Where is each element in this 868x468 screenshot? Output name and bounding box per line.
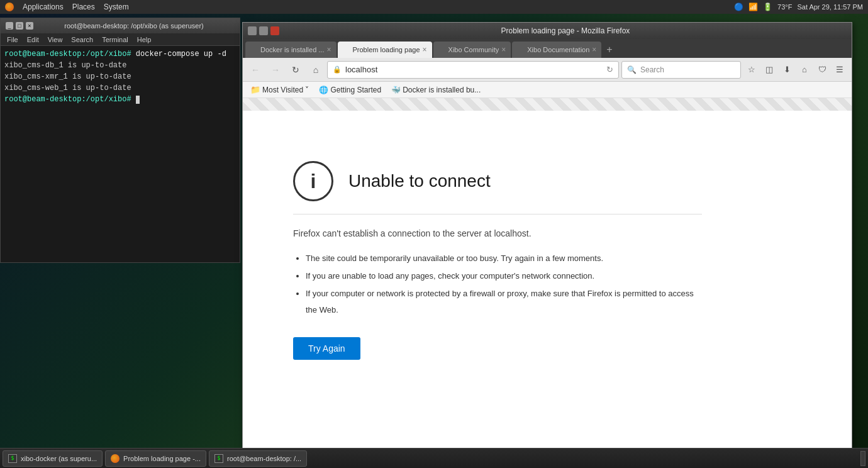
error-description: Firefox can't establish a connection to … [293, 227, 702, 240]
tab-docker-close[interactable]: × [326, 45, 331, 54]
terminal-line-3: xibo_cms-xmr_1 is up-to-date [4, 71, 236, 82]
taskbar-firefox-icon [111, 454, 120, 462]
terminal-maximize-button[interactable]: □ [16, 22, 23, 30]
taskbar-right [860, 451, 865, 466]
tab-docker-favicon [250, 46, 258, 53]
firefox-logo-icon [5, 3, 14, 12]
taskbar-firefox-label: Problem loading page -... [123, 455, 201, 462]
getting-started-label: Getting Started [330, 86, 381, 94]
taskbar-item-firefox[interactable]: Problem loading page -... [105, 450, 206, 467]
desktop: Applications Places System 🔵 📶 🔋 73°F Sa… [0, 0, 868, 468]
tab-error-close[interactable]: × [423, 45, 427, 54]
tab-xibo-community[interactable]: Xibo Community × [433, 42, 511, 58]
taskbar-terminal2-icon: $ [214, 454, 223, 463]
shield-button[interactable]: 🛡 [814, 62, 830, 78]
wifi-icon: 📶 [748, 3, 758, 11]
error-bullet-3: If your computer or network is protected… [306, 286, 702, 318]
download-button[interactable]: ⬇ [779, 62, 795, 78]
datetime-display: Sat Apr 29, 11:57 PM [797, 3, 863, 11]
terminal-terminal-menu[interactable]: Terminal [98, 36, 132, 43]
system-menu[interactable]: System [104, 3, 129, 11]
error-bullet-1: The site could be temporarily unavailabl… [306, 250, 702, 267]
terminal-window: _ □ × root@beam-desktop: /opt/xibo (as s… [0, 18, 240, 263]
applications-menu[interactable]: Applications [23, 3, 64, 11]
search-box[interactable]: 🔍 Search [621, 61, 741, 79]
nav-bar: ← → ↻ ⌂ 🔒 localhost ↻ 🔍 Search ☆ ◫ ⬇ ⌂ 🛡… [243, 58, 852, 82]
terminal-minimize-button[interactable]: _ [6, 22, 13, 30]
docker-bookmark[interactable]: 🐳 Docker is installed bu... [387, 84, 484, 96]
page-content: i Unable to connect Firefox can't establ… [243, 111, 852, 385]
terminal-file-menu[interactable]: File [3, 36, 22, 43]
most-visited-bookmark[interactable]: 📁 Most Visited ˅ [247, 84, 313, 96]
pocket-button[interactable]: ◫ [761, 62, 777, 78]
terminal-title: root@beam-desktop: /opt/xibo (as superus… [33, 22, 235, 30]
system-bar: Applications Places System 🔵 📶 🔋 73°F Sa… [0, 0, 868, 14]
error-title: Unable to connect [348, 171, 491, 191]
terminal-line-2: xibo_cms-db_1 is up-to-date [4, 60, 236, 71]
address-bar[interactable]: 🔒 localhost ↻ [327, 61, 619, 79]
address-reload-icon[interactable]: ↻ [606, 65, 613, 74]
terminal-line-5: root@beam-desktop:/opt/xibo# [4, 94, 236, 105]
terminal-close-button[interactable]: × [26, 22, 33, 30]
places-menu[interactable]: Places [72, 3, 95, 11]
terminal-menu-bar: File Edit View Search Terminal Help [1, 33, 240, 46]
tab-error[interactable]: Problem loading page × [338, 42, 432, 58]
tab-xibo-community-close[interactable]: × [501, 45, 506, 54]
terminal-edit-menu[interactable]: Edit [23, 36, 43, 43]
lock-icon: 🔒 [333, 65, 342, 74]
folder-icon: 📁 [250, 85, 260, 94]
taskbar-item-terminal2[interactable]: $ root@beam-desktop: /... [209, 450, 307, 467]
browser-window: Problem loading page - Mozilla Firefox D… [242, 22, 852, 450]
try-again-button[interactable]: Try Again [293, 337, 360, 360]
browser-close-button[interactable] [270, 26, 279, 35]
terminal-titlebar: _ □ × root@beam-desktop: /opt/xibo (as s… [1, 18, 240, 33]
search-icon: 🔍 [627, 65, 637, 74]
tab-docker[interactable]: Docker is installed ... × [245, 42, 337, 58]
terminal-view-menu[interactable]: View [44, 36, 67, 43]
back-button[interactable]: ← [247, 61, 264, 79]
reload-button[interactable]: ↻ [287, 61, 304, 79]
system-bar-left: Applications Places System [5, 3, 129, 12]
tab-bar: Docker is installed ... × Problem loadin… [243, 39, 852, 58]
tab-xibo-docs-close[interactable]: × [592, 45, 596, 54]
terminal-search-menu[interactable]: Search [67, 36, 97, 43]
bookmark-star-button[interactable]: ☆ [743, 62, 760, 78]
menu-button[interactable]: ☰ [832, 62, 848, 78]
browser-maximize-button[interactable] [259, 26, 268, 35]
home-button[interactable]: ⌂ [307, 61, 325, 79]
terminal-help-menu[interactable]: Help [133, 36, 155, 43]
info-icon-text: i [311, 170, 316, 193]
tab-xibo-docs[interactable]: Xibo Documentation × [512, 42, 601, 58]
terminal-body: root@beam-desktop:/opt/xibo# docker-comp… [1, 46, 240, 262]
error-bullet-2: If you are unable to load any pages, che… [306, 268, 702, 284]
tab-xibo-docs-favicon [517, 46, 525, 53]
forward-button[interactable]: → [267, 61, 284, 79]
terminal-line-4: xibo_cms-web_1 is up-to-date [4, 82, 236, 94]
bookmarks-bar: 📁 Most Visited ˅ 🌐 Getting Started 🐳 Doc… [243, 82, 852, 98]
info-icon: i [293, 161, 333, 201]
error-stripes [243, 98, 852, 111]
tab-xibo-docs-label: Xibo Documentation [527, 46, 589, 53]
error-container: i Unable to connect Firefox can't establ… [293, 161, 702, 360]
error-header: i Unable to connect [293, 161, 702, 214]
terminal-window-controls[interactable]: _ □ × [6, 22, 33, 30]
tab-docker-label: Docker is installed ... [260, 46, 324, 53]
show-desktop-button[interactable] [860, 451, 865, 466]
getting-started-bookmark[interactable]: 🌐 Getting Started [315, 84, 385, 96]
browser-titlebar: Problem loading page - Mozilla Firefox [243, 23, 852, 39]
docker-bookmark-label: Docker is installed bu... [403, 86, 481, 94]
system-bar-right: 🔵 📶 🔋 73°F Sat Apr 29, 11:57 PM [734, 3, 863, 11]
taskbar-terminal1-label: xibo-docker (as superu... [21, 455, 97, 462]
taskbar-item-terminal1[interactable]: $ xibo-docker (as superu... [3, 450, 103, 467]
home-nav-button[interactable]: ⌂ [796, 62, 813, 78]
new-tab-button[interactable]: + [603, 44, 616, 55]
browser-window-controls[interactable] [248, 26, 279, 35]
taskbar-terminal2-label: root@beam-desktop: /... [227, 455, 301, 462]
search-placeholder: Search [640, 65, 664, 74]
tab-xibo-community-label: Xibo Community [448, 46, 499, 53]
address-text: localhost [345, 65, 603, 74]
browser-minimize-button[interactable] [248, 26, 257, 35]
getting-started-icon: 🌐 [319, 86, 328, 94]
most-visited-label: Most Visited ˅ [262, 86, 309, 94]
battery-icon: 🔋 [763, 3, 772, 11]
